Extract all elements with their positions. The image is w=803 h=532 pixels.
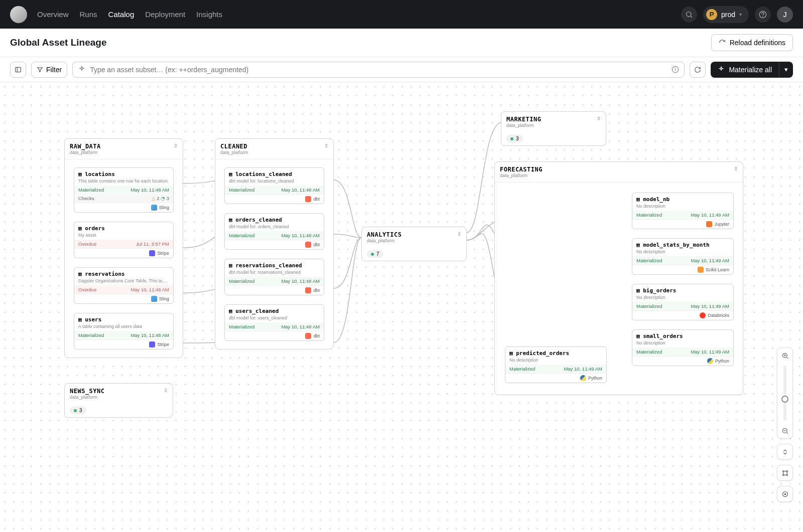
asset-status: MaterializedMay 10, 11:49 AM: [632, 256, 733, 265]
asset-status: OverdueJul 11, 3:57 PM: [74, 240, 173, 248]
asset-count: 3: [70, 407, 86, 414]
asset-tag: Stripe: [74, 339, 173, 349]
asset-status: MaterializedMay 10, 11:48 AM: [225, 277, 324, 285]
asset-card[interactable]: ▦ reservations Dagster Organizations Cor…: [74, 267, 174, 304]
group-title: CLEANED: [220, 143, 248, 150]
sling-icon: [151, 205, 157, 211]
asset-name: ▦ big_orders: [636, 287, 729, 294]
center-button[interactable]: [777, 486, 792, 501]
zoom-knob[interactable]: [781, 396, 788, 403]
group-analytics[interactable]: ANALYTICS data_platform ⇳ 7: [361, 227, 467, 261]
materialize-button[interactable]: Materialize all: [711, 62, 779, 78]
env-badge: P: [706, 9, 717, 20]
python-icon: [707, 358, 713, 364]
jupyter-icon: [706, 221, 712, 227]
asset-tag: Sling: [74, 203, 173, 212]
help-icon[interactable]: [755, 7, 771, 23]
asset-card[interactable]: ▦ users_cleaned dbt model for: users_cle…: [224, 304, 324, 341]
collapse-icon[interactable]: ⇳: [174, 143, 178, 155]
asset-search-input[interactable]: [90, 66, 667, 74]
nav-runs[interactable]: Runs: [80, 10, 97, 19]
zoom-in-button[interactable]: [777, 348, 792, 363]
group-forecasting[interactable]: FORECASTING data_platform ⇳ ▦ predicted_…: [494, 161, 743, 395]
zoom-out-button[interactable]: [777, 423, 792, 438]
reload-button[interactable]: Reload definitions: [711, 34, 793, 51]
asset-card[interactable]: ▦ small_orders No description Materializ…: [632, 329, 734, 366]
asset-card[interactable]: ▦ model_nb No description MaterializedMa…: [632, 193, 734, 229]
asset-status: MaterializedMay 10, 11:48 AM: [74, 331, 173, 339]
svg-rect-3: [16, 67, 21, 72]
asset-name: ▦ predicted_orders: [509, 350, 602, 357]
group-title: ANALYTICS: [367, 231, 402, 238]
asset-name: ▦ model_stats_by_month: [636, 242, 729, 248]
collapse-icon[interactable]: ⇳: [324, 143, 328, 155]
filter-button[interactable]: Filter: [31, 62, 67, 78]
asset-card[interactable]: ▦ reservations_cleaned dbt model for: re…: [224, 259, 324, 295]
materialize-label: Materialize all: [729, 66, 772, 74]
asset-search[interactable]: [72, 62, 685, 78]
asset-tag: dbt: [225, 194, 324, 204]
nav-deployment[interactable]: Deployment: [145, 10, 185, 19]
asset-card[interactable]: ▦ users A table containing all users dat…: [74, 313, 174, 349]
asset-status: MaterializedMay 10, 11:48 AM: [225, 231, 324, 240]
search-icon[interactable]: [681, 7, 697, 23]
top-nav: Overview Runs Catalog Deployment Insight…: [0, 0, 803, 29]
env-switcher[interactable]: P prod ▾: [703, 6, 749, 23]
asset-description: No description: [636, 295, 729, 300]
asset-name: ▦ orders: [78, 225, 169, 232]
asset-name: ▦ reservations: [78, 271, 169, 277]
zoom-slider[interactable]: [783, 366, 786, 421]
sidebar-toggle-button[interactable]: [10, 62, 26, 78]
nav-links: Overview Runs Catalog Deployment Insight…: [37, 10, 222, 19]
asset-name: ▦ users_cleaned: [229, 308, 320, 314]
refresh-button[interactable]: [690, 62, 706, 78]
asset-tag: Jupyter: [632, 219, 733, 229]
logo[interactable]: [10, 6, 27, 23]
svg-point-11: [786, 474, 788, 476]
asset-description: My asset: [78, 233, 169, 238]
nav-overview[interactable]: Overview: [37, 10, 69, 19]
nav-catalog[interactable]: Catalog: [108, 10, 135, 19]
nav-insights[interactable]: Insights: [196, 10, 222, 19]
expand-icon[interactable]: ⇳: [164, 388, 168, 400]
asset-tag: Python: [505, 373, 606, 383]
asset-card[interactable]: ▦ orders My asset OverdueJul 11, 3:57 PM…: [74, 222, 174, 258]
group-marketing[interactable]: MARKETING data_platform ⇳ 3: [501, 111, 606, 146]
layout-button[interactable]: [777, 465, 792, 480]
asset-card[interactable]: ▦ predicted_orders No description Materi…: [505, 346, 607, 383]
reload-label: Reload definitions: [730, 39, 785, 47]
asset-card[interactable]: ▦ model_stats_by_month No description Ma…: [632, 238, 734, 275]
collapse-icon[interactable]: ⇳: [734, 166, 738, 178]
asset-description: This table contains one row for each loc…: [78, 179, 169, 184]
group-news-sync[interactable]: NEWS_SYNC data_platform ⇳ 3: [64, 383, 173, 418]
collapse-all-button[interactable]: [777, 444, 792, 459]
asset-description: dbt model for: locations_cleaned: [229, 179, 320, 184]
asset-tag: Databricks: [632, 310, 733, 320]
asset-description: No description: [509, 358, 602, 363]
info-icon[interactable]: [672, 66, 679, 73]
zoom-controls: [777, 347, 793, 502]
asset-description: Dagster Organizations Core Table. This t…: [78, 278, 169, 283]
asset-card[interactable]: ▦ orders_cleaned dbt model for: orders_c…: [224, 213, 324, 250]
expand-icon[interactable]: ⇳: [597, 116, 601, 128]
dbt-icon: [305, 333, 311, 339]
user-avatar[interactable]: J: [777, 7, 793, 23]
asset-card[interactable]: ▦ locations_cleaned dbt model for: locat…: [224, 167, 324, 204]
asset-name: ▦ users: [78, 316, 169, 323]
lineage-canvas[interactable]: RAW_DATA data_platform ⇳ ▦ locations Thi…: [0, 82, 803, 532]
asset-tag: dbt: [225, 331, 324, 340]
group-raw-data[interactable]: RAW_DATA data_platform ⇳ ▦ locations Thi…: [64, 138, 183, 358]
asset-tag: Sling: [74, 294, 173, 303]
toolbar: Filter Materialize all ▾: [0, 57, 803, 82]
stripe-icon: [149, 341, 155, 347]
asset-card[interactable]: ▦ locations This table contains one row …: [74, 167, 174, 213]
asset-name: ▦ reservations_cleaned: [229, 262, 320, 269]
expand-icon[interactable]: ⇳: [457, 231, 461, 243]
asset-name: ▦ orders_cleaned: [229, 217, 320, 223]
group-cleaned[interactable]: CLEANED data_platform ⇳ ▦ locations_clea…: [215, 138, 334, 349]
asset-card[interactable]: ▦ big_orders No description Materialized…: [632, 284, 734, 320]
svg-point-10: [782, 474, 784, 476]
materialize-caret[interactable]: ▾: [779, 62, 793, 78]
asset-description: dbt model for: users_cleaned: [229, 315, 320, 320]
asset-status: MaterializedMay 10, 11:49 AM: [632, 302, 733, 310]
